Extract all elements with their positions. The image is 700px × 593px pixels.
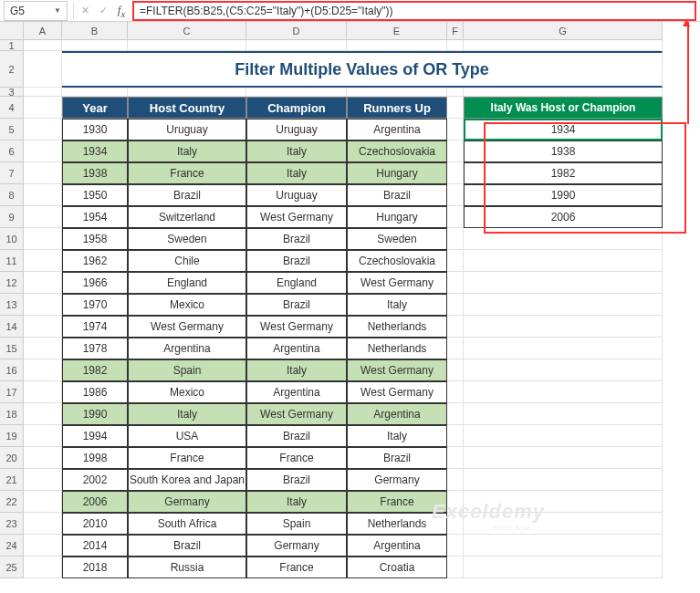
cell-year[interactable]: 1934 xyxy=(62,140,128,162)
row-header[interactable]: 10 xyxy=(0,228,24,250)
cell[interactable] xyxy=(447,140,464,162)
cell[interactable] xyxy=(246,40,347,51)
cell-year[interactable]: 1978 xyxy=(62,338,128,359)
cell[interactable] xyxy=(464,228,663,250)
cell[interactable] xyxy=(24,381,62,403)
cell[interactable] xyxy=(447,338,464,359)
cell-runners[interactable]: Czechoslovakia xyxy=(347,250,447,272)
cell-year[interactable]: 2014 xyxy=(62,535,128,557)
cell[interactable] xyxy=(464,250,663,272)
cell-host[interactable]: Italy xyxy=(128,140,246,162)
column-header[interactable]: G xyxy=(464,22,663,40)
cell-year[interactable]: 1982 xyxy=(62,359,128,381)
cell[interactable] xyxy=(464,381,663,403)
cell[interactable] xyxy=(24,359,62,381)
cell[interactable] xyxy=(464,40,663,51)
cell-host[interactable]: Switzerland xyxy=(128,206,246,228)
row-header[interactable]: 13 xyxy=(0,294,24,316)
cell[interactable] xyxy=(24,272,62,294)
cell-year[interactable]: 1966 xyxy=(62,272,128,294)
row-header[interactable]: 22 xyxy=(0,491,24,513)
row-header[interactable]: 17 xyxy=(0,381,24,403)
cell[interactable] xyxy=(24,40,62,51)
cell-year[interactable]: 1990 xyxy=(62,403,128,425)
cell-host[interactable]: Brazil xyxy=(128,184,246,206)
cell[interactable] xyxy=(24,162,62,184)
cell-year[interactable]: 2018 xyxy=(62,557,128,578)
cell[interactable] xyxy=(447,119,464,140)
cell-year[interactable]: 1974 xyxy=(62,316,128,338)
row-header[interactable]: 19 xyxy=(0,425,24,447)
cell[interactable] xyxy=(464,447,663,469)
cell[interactable] xyxy=(24,184,62,206)
filter-result[interactable]: 1934 xyxy=(464,119,663,140)
cell-year[interactable]: 1954 xyxy=(62,206,128,228)
row-header[interactable]: 20 xyxy=(0,447,24,469)
row-header[interactable]: 21 xyxy=(0,469,24,491)
cell[interactable] xyxy=(24,250,62,272)
cell-host[interactable]: West Germany xyxy=(128,316,246,338)
cell[interactable] xyxy=(24,97,62,119)
cell[interactable] xyxy=(347,88,447,97)
cell[interactable] xyxy=(447,381,464,403)
cell[interactable] xyxy=(447,250,464,272)
cell-host[interactable]: South Africa xyxy=(128,513,246,535)
column-header[interactable]: B xyxy=(62,22,128,40)
cell-host[interactable]: South Korea and Japan xyxy=(128,469,246,491)
cell-champion[interactable]: Italy xyxy=(246,162,347,184)
cell[interactable] xyxy=(447,469,464,491)
cell[interactable] xyxy=(464,557,663,578)
row-header[interactable]: 3 xyxy=(0,88,24,97)
cell-champion[interactable]: England xyxy=(246,272,347,294)
formula-input[interactable]: =FILTER(B5:B25,(C5:C25="Italy")+(D5:D25=… xyxy=(132,1,696,21)
name-box[interactable]: G5 ▼ xyxy=(4,1,68,21)
cell-host[interactable]: Mexico xyxy=(128,294,246,316)
fx-icon[interactable]: fx xyxy=(112,2,131,20)
cell[interactable] xyxy=(24,88,62,97)
cell-year[interactable]: 1958 xyxy=(62,228,128,250)
cell[interactable] xyxy=(447,316,464,338)
cell-champion[interactable]: France xyxy=(246,447,347,469)
cell-year[interactable]: 2002 xyxy=(62,469,128,491)
cell-runners[interactable]: Argentina xyxy=(347,403,447,425)
cell[interactable] xyxy=(24,316,62,338)
cell-champion[interactable]: Brazil xyxy=(246,228,347,250)
cell-runners[interactable]: Germany xyxy=(347,469,447,491)
cell[interactable] xyxy=(447,491,464,513)
cell[interactable] xyxy=(246,88,347,97)
row-header[interactable]: 18 xyxy=(0,403,24,425)
row-header[interactable]: 8 xyxy=(0,184,24,206)
cell-host[interactable]: France xyxy=(128,447,246,469)
cell-runners[interactable]: West Germany xyxy=(347,272,447,294)
column-header[interactable]: C xyxy=(128,22,246,40)
cell[interactable] xyxy=(128,40,246,51)
cancel-icon[interactable]: ✕ xyxy=(76,2,94,20)
row-header[interactable]: 11 xyxy=(0,250,24,272)
cell-champion[interactable]: Italy xyxy=(246,140,347,162)
cell[interactable] xyxy=(464,425,663,447)
cell-host[interactable]: Chile xyxy=(128,250,246,272)
cell[interactable] xyxy=(24,403,62,425)
cell-champion[interactable]: Spain xyxy=(246,513,347,535)
cell-host[interactable]: Sweden xyxy=(128,228,246,250)
cell-host[interactable]: Russia xyxy=(128,557,246,578)
cell[interactable] xyxy=(447,557,464,578)
cell-host[interactable]: Brazil xyxy=(128,535,246,557)
cell-host[interactable]: Spain xyxy=(128,359,246,381)
cell-year[interactable]: 2010 xyxy=(62,513,128,535)
cell-champion[interactable]: France xyxy=(246,557,347,578)
spreadsheet-grid[interactable]: ABCDEFG12Filter Multiple Values of OR Ty… xyxy=(0,22,700,578)
cell-champion[interactable]: Argentina xyxy=(246,381,347,403)
cell-runners[interactable]: Brazil xyxy=(347,184,447,206)
filter-result[interactable]: 1938 xyxy=(464,140,663,162)
cell-year[interactable]: 1930 xyxy=(62,119,128,140)
cell-runners[interactable]: Brazil xyxy=(347,447,447,469)
cell-runners[interactable]: Hungary xyxy=(347,162,447,184)
cell-year[interactable]: 1986 xyxy=(62,381,128,403)
cell[interactable] xyxy=(24,557,62,578)
row-header[interactable]: 9 xyxy=(0,206,24,228)
filter-result[interactable]: 2006 xyxy=(464,206,663,228)
cell[interactable] xyxy=(24,469,62,491)
cell[interactable] xyxy=(447,228,464,250)
cell-host[interactable]: USA xyxy=(128,425,246,447)
